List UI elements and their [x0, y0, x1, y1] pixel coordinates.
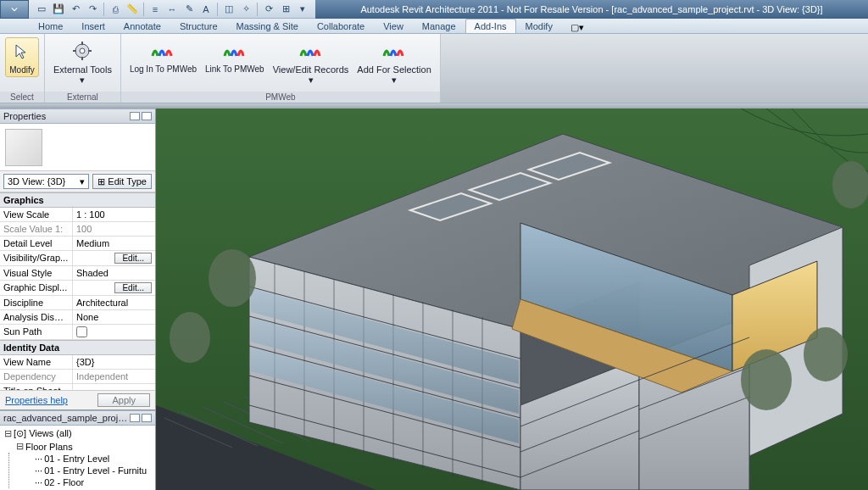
prop-row[interactable]: Title on Sheet	[0, 384, 155, 390]
prop-checkbox[interactable]	[76, 326, 87, 337]
prop-key: Visual Style	[0, 266, 73, 280]
redo-icon[interactable]: ↷	[85, 2, 100, 17]
tree-collapse-icon[interactable]: ⊟	[15, 441, 24, 452]
type-selector[interactable]: 3D View: {3D} ▾	[3, 174, 89, 189]
svg-point-51	[832, 161, 868, 209]
undo-icon[interactable]: ↶	[68, 2, 83, 17]
ribbon-tab-massing-site[interactable]: Massing & Site	[227, 19, 308, 33]
add-for-selection-label: Add For Selection▾	[357, 64, 431, 85]
prop-value[interactable]: Shaded	[73, 266, 155, 280]
close-icon[interactable]	[142, 414, 152, 422]
ribbon-tab-collaborate[interactable]: Collaborate	[308, 19, 374, 33]
ribbon-tab-add-ins[interactable]: Add-Ins	[465, 19, 516, 33]
external-tools-label: External Tools▾	[53, 64, 112, 85]
switch-window-icon[interactable]: ▾	[295, 2, 310, 17]
prop-row[interactable]: DependencyIndependent	[0, 370, 155, 384]
prop-row[interactable]: Scale Value 1:100	[0, 222, 155, 237]
gear-icon	[70, 39, 94, 63]
prop-row[interactable]: View Scale1 : 100	[0, 208, 155, 222]
prop-row[interactable]: Graphic Displ...Edit...	[0, 281, 155, 296]
3d-icon[interactable]: ✧	[238, 2, 253, 17]
prop-value[interactable]: Independent	[73, 370, 155, 383]
svg-point-1	[80, 48, 85, 53]
prop-value[interactable]: Edit...	[73, 251, 155, 265]
tree-item[interactable]: ··· 02 - Floor	[9, 476, 152, 488]
prop-key: Visibility/Grap...	[0, 251, 73, 265]
dimension-icon[interactable]: ↔	[164, 2, 180, 17]
tree-category-label: Floor Plans	[25, 442, 73, 452]
sync-icon[interactable]: ⟳	[261, 2, 276, 17]
modify-button[interactable]: Modify	[5, 37, 39, 77]
prop-value[interactable]: {3D}	[73, 355, 155, 369]
view-edit-records-label: View/Edit Records▾	[273, 64, 349, 85]
ribbon-tab-structure[interactable]: Structure	[170, 19, 227, 33]
ribbon-tab-manage[interactable]: Manage	[413, 19, 465, 33]
prop-row[interactable]: Detail LevelMedium	[0, 237, 155, 251]
prop-value[interactable]: Medium	[73, 237, 155, 250]
ribbon-help[interactable]: ▢▾	[570, 22, 584, 33]
window-icon[interactable]: ⊞	[278, 2, 293, 17]
prop-value[interactable]: Architectural	[73, 296, 155, 309]
dropdown-icon: ▢▾	[570, 22, 584, 33]
print-icon[interactable]: ⎙	[108, 2, 123, 17]
prop-row[interactable]: View Name{3D}	[0, 355, 155, 370]
prop-row[interactable]: Analysis Displ...None	[0, 310, 155, 325]
view-edit-records-button[interactable]: View/Edit Records▾	[270, 37, 353, 86]
ribbon-tab-annotate[interactable]: Annotate	[114, 19, 170, 33]
3d-viewport[interactable]	[156, 109, 868, 490]
tree-root[interactable]: ⊟ [⊙] Views (all)	[3, 427, 152, 440]
prop-value[interactable]: Edit...	[73, 281, 155, 295]
prop-edit-button[interactable]: Edit...	[114, 282, 152, 293]
ribbon-tab-home[interactable]: Home	[29, 19, 72, 33]
open-icon[interactable]: ▭	[34, 2, 49, 17]
ribbon-tab-modify[interactable]: Modify	[516, 19, 562, 33]
properties-title-bar[interactable]: Properties	[0, 109, 155, 124]
svg-point-47	[209, 249, 256, 307]
ribbon-group-pmweb: Log In To PMWeb Link To PMWeb View/Edit …	[121, 34, 441, 103]
login-pmweb-button[interactable]: Log In To PMWeb	[126, 37, 200, 86]
text-icon[interactable]: A	[198, 2, 214, 17]
close-icon[interactable]	[142, 112, 152, 120]
panel-controls	[130, 112, 152, 120]
link-pmweb-button[interactable]: Link To PMWeb	[202, 37, 268, 86]
browser-title: rac_advanced_sample_project.rvt - ...	[3, 413, 130, 423]
measure-icon[interactable]: 📏	[125, 2, 140, 17]
tree-category[interactable]: ⊟ Floor Plans	[3, 440, 152, 453]
app-menu-button[interactable]	[0, 0, 29, 19]
align-icon[interactable]: ≡	[147, 2, 163, 17]
apply-button[interactable]: Apply	[97, 393, 150, 407]
ribbon-group-select: Modify Select	[0, 34, 45, 103]
tree-collapse-icon[interactable]: ⊟	[3, 428, 12, 439]
tree-node-label: [⊙] Views (all)	[14, 428, 72, 439]
arrow-icon	[10, 40, 34, 64]
prop-row[interactable]: DisciplineArchitectural	[0, 296, 155, 310]
ribbon-tab-view[interactable]: View	[374, 19, 413, 33]
prop-key: Graphic Displ...	[0, 281, 73, 295]
prop-value[interactable]	[73, 384, 155, 390]
edit-type-button[interactable]: ⊞ Edit Type	[92, 174, 152, 189]
browser-title-bar[interactable]: rac_advanced_sample_project.rvt - ...	[0, 410, 155, 426]
properties-help-link[interactable]: Properties help	[5, 395, 68, 405]
prop-row[interactable]: Sun Path	[0, 325, 155, 340]
svg-point-49	[741, 349, 792, 410]
view-icon[interactable]: ◫	[221, 2, 236, 17]
prop-key: Analysis Displ...	[0, 310, 73, 324]
prop-value[interactable]	[73, 325, 155, 339]
svg-point-48	[170, 312, 210, 363]
prop-row[interactable]: Visual StyleShaded	[0, 266, 155, 281]
prop-value[interactable]: 100	[73, 222, 155, 236]
prop-value[interactable]: None	[73, 310, 155, 324]
prop-value[interactable]: 1 : 100	[73, 208, 155, 221]
external-tools-button[interactable]: External Tools▾	[50, 37, 115, 86]
tree-item[interactable]: ··· 01 - Entry Level	[9, 453, 152, 465]
chevron-down-icon	[11, 6, 18, 13]
save-icon[interactable]: 💾	[51, 2, 66, 17]
tag-icon[interactable]: ✎	[181, 2, 197, 17]
tree-item[interactable]: ··· 01 - Entry Level - Furnitu	[9, 465, 152, 476]
ribbon-tab-insert[interactable]: Insert	[72, 19, 114, 33]
add-for-selection-button[interactable]: Add For Selection▾	[353, 37, 434, 86]
prop-edit-button[interactable]: Edit...	[114, 253, 152, 264]
prop-row[interactable]: Visibility/Grap...Edit...	[0, 251, 155, 266]
minimize-icon[interactable]	[130, 414, 140, 422]
minimize-icon[interactable]	[130, 112, 140, 120]
